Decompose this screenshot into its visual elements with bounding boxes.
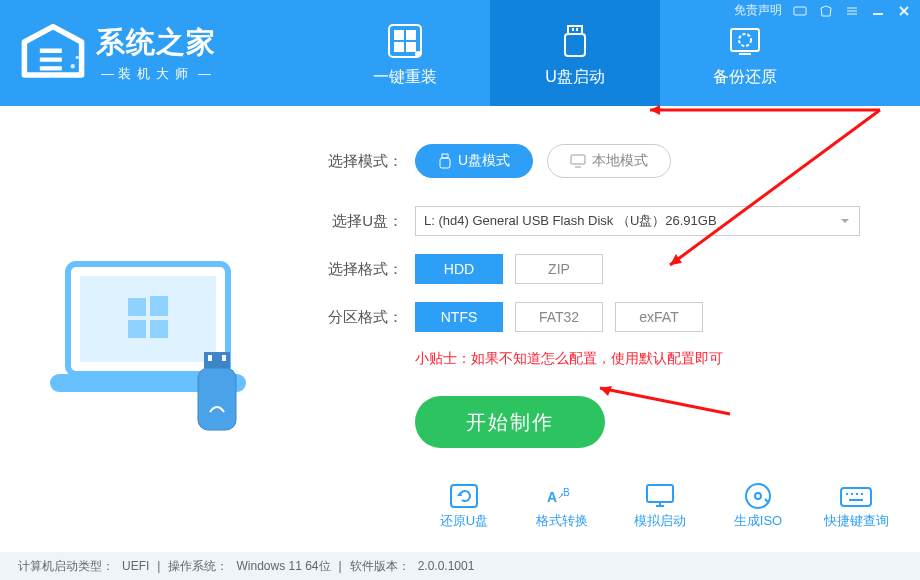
start-button[interactable]: 开始制作	[415, 396, 605, 448]
svg-rect-25	[208, 355, 212, 361]
usb-mode-button[interactable]: U盘模式	[415, 144, 533, 178]
svg-rect-27	[442, 154, 448, 158]
svg-text:B: B	[563, 487, 570, 498]
svg-rect-18	[150, 296, 168, 316]
boot-type-value: UEFI	[122, 559, 149, 573]
svg-point-34	[746, 484, 770, 508]
brand-title: 系统之家	[96, 23, 216, 63]
convert-icon: AB	[543, 480, 581, 512]
format-option-zip[interactable]: ZIP	[515, 254, 603, 284]
svg-rect-33	[647, 485, 673, 502]
svg-rect-4	[406, 30, 416, 40]
svg-rect-14	[794, 7, 806, 15]
svg-rect-16	[80, 276, 216, 362]
svg-rect-28	[440, 158, 450, 168]
svg-rect-12	[731, 29, 759, 51]
tool-simulate-boot[interactable]: 模拟启动	[626, 480, 694, 530]
svg-rect-9	[565, 34, 585, 56]
svg-rect-29	[571, 155, 585, 164]
svg-rect-22	[204, 352, 230, 368]
disc-icon	[739, 480, 777, 512]
partition-option-fat32[interactable]: FAT32	[515, 302, 603, 332]
svg-rect-20	[150, 320, 168, 338]
laptop-usb-illustration	[0, 136, 315, 552]
usb-select-label: 选择U盘：	[315, 212, 403, 231]
svg-text:A: A	[547, 489, 557, 505]
usb-icon	[554, 19, 596, 63]
brand-subtitle: 装机大师	[96, 65, 216, 83]
svg-rect-17	[128, 298, 146, 316]
os-label: 操作系统：	[168, 558, 228, 575]
local-mode-button[interactable]: 本地模式	[547, 144, 671, 178]
brand-logo-icon	[18, 23, 88, 83]
tab-label: 一键重装	[373, 67, 437, 88]
disclaimer-link[interactable]: 免责声明	[734, 2, 782, 19]
usb-select[interactable]: L: (hd4) General USB Flash Disk （U盘）26.9…	[415, 206, 860, 236]
svg-rect-36	[841, 488, 871, 506]
version-value: 2.0.0.1001	[418, 559, 475, 573]
titlebar-controls: 免责声明	[734, 2, 912, 19]
svg-rect-30	[451, 485, 477, 507]
keyboard-icon	[837, 480, 875, 512]
close-button[interactable]	[896, 3, 912, 19]
tool-format-convert[interactable]: AB 格式转换	[528, 480, 596, 530]
svg-rect-19	[128, 320, 146, 338]
monitor-icon	[641, 480, 679, 512]
minimize-button[interactable]	[870, 3, 886, 19]
tab-label: 备份还原	[713, 67, 777, 88]
tool-hotkey-lookup[interactable]: 快捷键查询	[822, 480, 890, 530]
format-option-hdd[interactable]: HDD	[415, 254, 503, 284]
feedback-icon[interactable]	[792, 3, 808, 19]
tab-label: U盘启动	[545, 67, 605, 88]
windows-icon	[384, 19, 426, 63]
brand: 系统之家 装机大师	[0, 0, 320, 106]
svg-rect-11	[576, 28, 578, 31]
svg-rect-3	[394, 30, 404, 40]
tool-generate-iso[interactable]: 生成ISO	[724, 480, 792, 530]
svg-rect-26	[222, 355, 226, 361]
partition-option-exfat[interactable]: exFAT	[615, 302, 703, 332]
svg-rect-8	[568, 26, 582, 34]
bottom-tools: 还原U盘 AB 格式转换 模拟启动 生成ISO 快捷键查询	[430, 480, 890, 530]
menu-icon[interactable]	[844, 3, 860, 19]
version-label: 软件版本：	[350, 558, 410, 575]
backup-icon	[724, 19, 766, 63]
svg-point-35	[755, 493, 761, 499]
usb-small-icon	[438, 153, 452, 169]
partition-option-ntfs[interactable]: NTFS	[415, 302, 503, 332]
svg-rect-10	[572, 28, 574, 31]
svg-rect-23	[198, 368, 236, 430]
status-bar: 计算机启动类型： UEFI | 操作系统： Windows 11 64位 | 软…	[0, 552, 920, 580]
header: 系统之家 装机大师 一键重装 U盘启动 备份还原	[0, 0, 920, 106]
main-content: 选择模式： U盘模式 本地模式 选择U盘： L: (hd4) General U…	[0, 106, 920, 552]
app-window: 系统之家 装机大师 一键重装 U盘启动 备份还原	[0, 0, 920, 580]
svg-rect-6	[406, 42, 416, 52]
svg-point-13	[739, 34, 751, 46]
partition-label: 分区格式：	[315, 308, 403, 327]
hint-text: 小贴士：如果不知道怎么配置，使用默认配置即可	[415, 350, 860, 368]
tab-usb-boot[interactable]: U盘启动	[490, 0, 660, 106]
tool-restore-usb[interactable]: 还原U盘	[430, 480, 498, 530]
tab-reinstall[interactable]: 一键重装	[320, 0, 490, 106]
os-value: Windows 11 64位	[236, 558, 330, 575]
boot-type-label: 计算机启动类型：	[18, 558, 114, 575]
format-label: 选择格式：	[315, 260, 403, 279]
svg-rect-5	[394, 42, 404, 52]
monitor-small-icon	[570, 154, 586, 168]
svg-point-1	[76, 56, 79, 59]
svg-point-0	[71, 64, 75, 68]
svg-point-7	[415, 51, 421, 57]
mode-label: 选择模式：	[315, 152, 403, 171]
skin-icon[interactable]	[818, 3, 834, 19]
restore-icon	[445, 480, 483, 512]
